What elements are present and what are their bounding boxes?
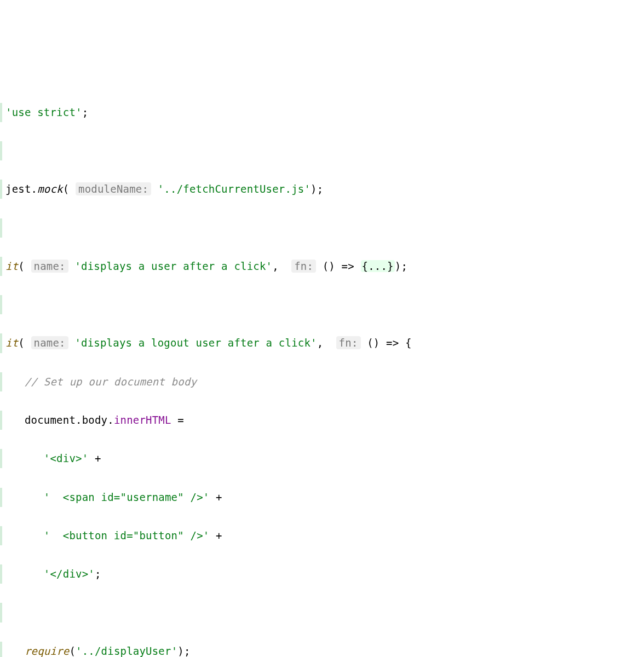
string-literal: ' <button id="button" />' <box>44 529 210 541</box>
code-line <box>0 218 639 238</box>
it-call: it <box>5 260 18 272</box>
string-literal: 'use strict' <box>5 106 82 118</box>
comment: // Set up our document body <box>25 376 197 388</box>
string-literal: 'displays a logout user after a click' <box>74 337 317 349</box>
code-line: it( name: 'displays a logout user after … <box>0 333 639 353</box>
code-line: require('../displayUser'); <box>0 642 639 657</box>
param-hint: name: <box>31 336 68 349</box>
mock-method: mock <box>37 183 63 195</box>
string-literal: 'displays a user after a click' <box>74 260 272 272</box>
code-line: '<div>' + <box>0 449 639 468</box>
code-line: it( name: 'displays a user after a click… <box>0 257 639 276</box>
code-line: ' <button id="button" />' + <box>0 526 639 545</box>
code-line <box>0 603 639 622</box>
folded-code[interactable]: {...} <box>361 260 395 272</box>
string-literal: '../fetchCurrentUser.js' <box>158 183 311 195</box>
plus-op: + <box>209 491 222 503</box>
jest-obj: jest <box>5 183 31 195</box>
param-hint: name: <box>31 260 68 273</box>
code-editor[interactable]: 'use strict'; jest.mock( moduleName: '..… <box>0 84 639 657</box>
string-literal: ' <span id="username" />' <box>44 491 210 503</box>
param-hint: moduleName: <box>76 182 151 195</box>
code-line: ' <span id="username" />' + <box>0 488 639 507</box>
code-line: 'use strict'; <box>0 103 639 122</box>
string-literal: '../displayUser' <box>76 645 177 657</box>
arrow-fn: () => { <box>367 337 411 349</box>
require-call: require <box>25 645 69 657</box>
code-line: // Set up our document body <box>0 372 639 391</box>
arrow-fn: () => <box>323 260 361 272</box>
doc-body-assign: document.body.innerHTML = <box>25 414 184 426</box>
prop-innerHTML: innerHTML <box>114 414 171 426</box>
plus-op: + <box>88 452 101 464</box>
plus-op: + <box>209 529 222 541</box>
code-line: '</div>'; <box>0 564 639 584</box>
code-line <box>0 141 639 160</box>
code-line <box>0 295 639 314</box>
code-line: document.body.innerHTML = <box>0 411 639 430</box>
string-literal: '<div>' <box>44 452 88 464</box>
param-hint: fn: <box>336 336 361 349</box>
param-hint: fn: <box>291 260 316 273</box>
string-literal: '</div>' <box>44 568 95 580</box>
code-line: jest.mock( moduleName: '../fetchCurrentU… <box>0 180 639 199</box>
it-call: it <box>5 337 18 349</box>
